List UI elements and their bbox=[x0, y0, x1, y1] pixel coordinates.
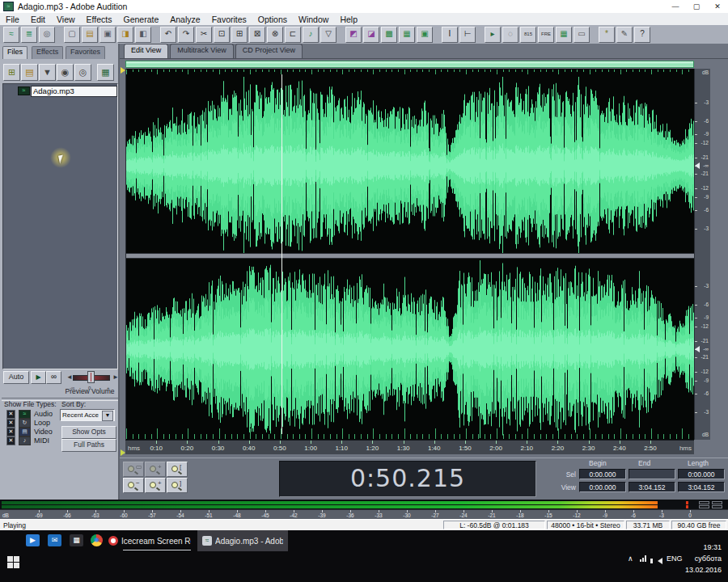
clip-indicator[interactable] bbox=[712, 501, 722, 504]
advanced-options-button[interactable]: ▦ bbox=[97, 64, 114, 81]
preview-loop-button[interactable]: ∞ bbox=[46, 371, 61, 384]
cue-list-button[interactable]: ✎ bbox=[616, 27, 633, 43]
menu-window[interactable]: Window bbox=[293, 15, 334, 24]
checkbox-audio[interactable]: ✕ bbox=[6, 410, 15, 419]
group-waveform-normalize-button[interactable]: ▣ bbox=[417, 27, 433, 43]
network-icon[interactable] bbox=[640, 555, 646, 562]
options-grid-button[interactable]: ▦ bbox=[556, 27, 572, 43]
menu-help[interactable]: Help bbox=[334, 15, 363, 24]
trim-button[interactable]: ⊏ bbox=[285, 27, 301, 43]
chrome-icon[interactable]: ◉ bbox=[91, 534, 103, 546]
tab-effects[interactable]: Effects bbox=[32, 46, 63, 59]
redo-button[interactable]: ↷ bbox=[178, 27, 194, 43]
delete-button[interactable]: ⊗ bbox=[267, 27, 283, 43]
clip-indicator[interactable] bbox=[712, 505, 722, 508]
scrub-tool-button[interactable]: ◌ bbox=[502, 27, 518, 43]
convert-sample-type-button[interactable]: ♪ bbox=[303, 27, 319, 43]
volume-icon[interactable] bbox=[658, 558, 662, 564]
mail-icon[interactable]: ✉ bbox=[48, 534, 61, 546]
zoom-left-edge-button[interactable]: [ bbox=[167, 462, 188, 477]
multitrack-view-button[interactable]: ≣ bbox=[21, 27, 37, 43]
menu-options[interactable]: Options bbox=[252, 15, 293, 24]
tray-weekday[interactable]: суббота bbox=[695, 555, 722, 563]
waveform-view-button[interactable]: ≈ bbox=[3, 27, 19, 43]
help-button[interactable]: ? bbox=[634, 27, 650, 43]
new-file-button[interactable]: ▢ bbox=[64, 27, 80, 43]
checkbox-midi[interactable]: ✕ bbox=[6, 436, 15, 445]
clip-indicator[interactable] bbox=[699, 501, 709, 504]
menu-effects[interactable]: Effects bbox=[81, 15, 118, 24]
undo-button[interactable]: ↶ bbox=[160, 27, 176, 43]
tray-date[interactable]: 13.02.2016 bbox=[685, 566, 722, 574]
open-file-button[interactable]: ▤ bbox=[82, 27, 98, 43]
level-meter[interactable] bbox=[0, 500, 728, 509]
maximize-button[interactable]: ▢ bbox=[686, 2, 707, 11]
preview-volume-thumb[interactable] bbox=[87, 371, 95, 383]
marquee-tool-button[interactable]: ⊢ bbox=[459, 27, 476, 43]
phase-view-button[interactable]: ◪ bbox=[363, 27, 379, 43]
volume-down-arrow[interactable]: ◄ bbox=[66, 373, 73, 381]
file-list[interactable]: ≈Adagio.mp3 bbox=[2, 83, 118, 369]
insert-multitrack-button[interactable]: ◉ bbox=[57, 64, 74, 81]
cd-project-view-button[interactable]: ◎ bbox=[39, 27, 55, 43]
save-all-button[interactable]: ◧ bbox=[135, 27, 151, 43]
sort-by-select[interactable]: Recent Acce ▼ bbox=[60, 409, 115, 421]
zoom-in-button[interactable]: + bbox=[145, 478, 166, 493]
import-file-button[interactable]: ⊞ bbox=[3, 64, 20, 81]
frequency-analysis-button[interactable]: ▩ bbox=[381, 27, 397, 43]
timeline-ruler[interactable]: 0:100:200:300:400:501:001:101:201:301:40… bbox=[125, 440, 694, 454]
auto-play-button[interactable]: Auto bbox=[3, 371, 29, 384]
db-ruler[interactable]: -3-3-6-6-9-9-12-12-21-21-∞-3-3-6-6-9-9-1… bbox=[694, 69, 710, 440]
scripts-button[interactable]: * bbox=[599, 27, 615, 43]
save-file-button[interactable]: ▣ bbox=[99, 27, 116, 43]
marker-button[interactable]: ▽ bbox=[320, 27, 336, 43]
checkbox-video[interactable]: ✕ bbox=[6, 428, 15, 436]
window-layout-button[interactable]: ▭ bbox=[574, 27, 590, 43]
tab-multitrack-view[interactable]: Multitrack View bbox=[170, 44, 233, 58]
menu-file[interactable]: File bbox=[0, 15, 25, 24]
insert-cd-button[interactable]: ◎ bbox=[74, 64, 91, 81]
tab-favorites[interactable]: Favorites bbox=[66, 46, 105, 59]
file-list-item[interactable]: ≈Adagio.mp3 bbox=[18, 86, 117, 96]
time-selection-tool-button[interactable]: I bbox=[442, 27, 458, 43]
play-options-button[interactable]: ▸ bbox=[485, 27, 501, 43]
preview-play-button[interactable]: ▶ bbox=[31, 371, 46, 384]
tray-language[interactable]: ENG bbox=[667, 555, 683, 563]
open-folder-button[interactable]: ▤ bbox=[21, 64, 38, 81]
tray-chevron-icon[interactable]: ∧ bbox=[628, 555, 633, 563]
taskbar-app-audition[interactable]: ≈Adagio.mp3 - Adobe ... bbox=[197, 530, 288, 551]
minimize-button[interactable]: — bbox=[665, 2, 686, 11]
waveform-scrollbar[interactable] bbox=[125, 61, 694, 68]
frequency-button[interactable]: FRE bbox=[538, 27, 554, 43]
close-button[interactable]: ✕ bbox=[707, 2, 728, 11]
cut-button[interactable]: ✂ bbox=[196, 27, 212, 43]
tab-edit-view[interactable]: Edit View bbox=[124, 44, 168, 58]
menu-edit[interactable]: Edit bbox=[25, 15, 51, 24]
waveform-canvas[interactable] bbox=[125, 69, 695, 440]
save-as-button[interactable]: ◨ bbox=[117, 27, 133, 43]
menu-generate[interactable]: Generate bbox=[118, 15, 165, 24]
full-paths-button[interactable]: Full Paths bbox=[61, 439, 116, 452]
copy-button[interactable]: ⊡ bbox=[214, 27, 230, 43]
zoom-right-edge-button[interactable]: ] bbox=[167, 478, 188, 493]
checkbox-loop[interactable]: ✕ bbox=[6, 419, 15, 428]
mix-paste-button[interactable]: ⊠ bbox=[249, 27, 265, 43]
calculator-icon[interactable]: ▦ bbox=[70, 534, 83, 546]
show-opts-button[interactable]: Show Opts bbox=[61, 426, 116, 439]
close-file-button[interactable]: ▼ bbox=[39, 64, 56, 81]
bit-depth-button[interactable]: 815 bbox=[520, 27, 536, 43]
menu-favorites[interactable]: Favorites bbox=[206, 15, 252, 24]
tab-files[interactable]: Files bbox=[2, 46, 28, 59]
clip-indicator[interactable] bbox=[699, 505, 709, 508]
tray-time[interactable]: 19:31 bbox=[703, 543, 722, 551]
taskbar-app-icecream[interactable]: Icecream Screen Reco... bbox=[104, 530, 196, 551]
menu-analyze[interactable]: Analyze bbox=[164, 15, 205, 24]
chevron-down-icon[interactable]: ▼ bbox=[102, 411, 113, 421]
zoom-out-button[interactable]: − bbox=[123, 478, 144, 493]
level-meter-scale[interactable]: dB-69-66-63-60-57-54-51-48-45-42-39-36-3… bbox=[0, 509, 728, 519]
volume-up-arrow[interactable]: ► bbox=[112, 373, 119, 381]
amplitude-statistics-button[interactable]: ▦ bbox=[399, 27, 415, 43]
tab-cd-project-view[interactable]: CD Project View bbox=[235, 44, 303, 58]
movies-tv-icon[interactable]: ▶ bbox=[26, 534, 40, 546]
menu-view[interactable]: View bbox=[51, 15, 81, 24]
